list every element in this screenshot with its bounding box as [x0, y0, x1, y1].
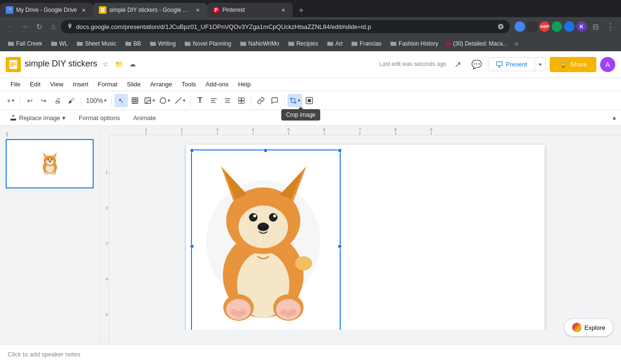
handle-middle-right[interactable] [338, 244, 342, 248]
user-avatar[interactable]: A [600, 57, 615, 72]
menu-file[interactable]: File [6, 79, 25, 90]
bookmark-bb[interactable]: BB [121, 38, 145, 49]
bookmark-wl[interactable]: WL [47, 38, 72, 49]
svg-rect-8 [10, 64, 16, 65]
tab-pinterest-close[interactable]: ✕ [279, 6, 287, 14]
animate-button[interactable]: Animate [127, 112, 162, 123]
slide-content[interactable] [186, 145, 545, 330]
zoom-selector[interactable]: 100% ▾ [84, 94, 108, 107]
menu-tools[interactable]: Tools [177, 79, 201, 90]
new-tab-button[interactable]: + [295, 4, 308, 17]
present-main-button[interactable]: Present [488, 58, 535, 71]
mask-button[interactable] [303, 94, 316, 107]
undo-button[interactable]: ↩ [23, 94, 37, 107]
tab-drive[interactable]: My Drive - Google Drive ✕ [0, 3, 93, 17]
present-button-group: Present ▾ [488, 57, 546, 71]
paint-format-button[interactable]: 🖌 [65, 94, 78, 107]
menu-help[interactable]: Help [233, 79, 256, 90]
forward-button[interactable]: → [18, 20, 31, 33]
tab-slides[interactable]: simple DIY stickers - Google Slid... ✕ [93, 3, 207, 17]
replace-image-button[interactable]: Replace image ▾ [4, 112, 71, 123]
slides-app: simple DIY stickers ☆ 📁 ☁ Last edit was … [0, 51, 621, 364]
ext-circle[interactable] [552, 21, 562, 32]
comment-button[interactable] [268, 94, 281, 107]
shape-tool-button[interactable]: ▾ [157, 94, 172, 107]
slide-1-thumbnail[interactable] [6, 139, 94, 188]
ruler-tick-4: 4 [235, 127, 271, 135]
bookmark-fall-creek[interactable]: Fall Creek [4, 38, 46, 49]
toolbar-collapse-button[interactable]: ▲ [611, 114, 617, 121]
handle-top-right[interactable] [338, 149, 342, 152]
tab-pinterest[interactable]: P Pinterest ✕ [207, 3, 293, 17]
distribute-button[interactable] [235, 94, 248, 107]
folder-button[interactable]: 📁 [114, 58, 125, 70]
address-bar[interactable]: docs.google.com/presentation/d/1JCuBpz01… [61, 20, 510, 33]
bookmark-art[interactable]: Art [323, 38, 346, 49]
ext-cast[interactable]: ⊟ [589, 20, 602, 33]
align-center-button[interactable] [221, 94, 234, 107]
redo-button[interactable]: ↪ [37, 94, 50, 107]
slide-number: 1 [6, 131, 94, 137]
refresh-button[interactable]: ↻ [32, 20, 46, 33]
home-button[interactable]: ⌂ [47, 20, 60, 33]
slide-thumb-inner [7, 140, 93, 187]
bookmark-novel-planning[interactable]: Novel Planning [181, 38, 235, 49]
tab-slides-close[interactable]: ✕ [194, 6, 201, 14]
bookmark-fashion-history[interactable]: Fashion History [386, 38, 442, 49]
ext-dot[interactable] [564, 21, 574, 32]
menu-slide[interactable]: Slide [122, 79, 145, 90]
bookmark-nanowrimo[interactable]: NaNoWriMo [236, 38, 283, 49]
back-button[interactable]: ← [4, 20, 17, 33]
browser-menu[interactable]: ⋮ [604, 20, 617, 33]
menu-insert[interactable]: Insert [68, 79, 93, 90]
link-icon [257, 97, 265, 104]
format-options-button[interactable]: Format options [73, 112, 126, 123]
speaker-notes-area[interactable]: Click to add speaker notes [0, 344, 621, 364]
bookmarks-more[interactable]: » [512, 37, 520, 50]
image-tool-button[interactable]: ▾ [142, 94, 157, 107]
crop-button[interactable]: ▾ [287, 94, 302, 107]
cursor-tool-button[interactable]: ↖ [115, 94, 128, 107]
share-button[interactable]: 🔒 Share [550, 57, 596, 72]
shape-caret: ▾ [168, 98, 170, 103]
explore-button[interactable]: Explore [564, 318, 613, 336]
menu-view[interactable]: View [45, 79, 68, 90]
bookmark-recipies[interactable]: Recipies [284, 38, 322, 49]
bookmark-sheet-music[interactable]: Sheet Music [73, 38, 120, 49]
slide-thumb-corgi [36, 149, 64, 178]
cloud-button[interactable]: ☁ [127, 58, 138, 70]
divider-6 [284, 95, 285, 106]
trending-button[interactable]: ↗ [450, 57, 465, 72]
bookmarks-bar: Fall Creek WL Sheet Music BB Writing Nov… [0, 36, 621, 51]
svg-point-64 [259, 227, 262, 229]
paint-format-icon: 🖌 [68, 97, 75, 104]
text-icon: T [198, 96, 202, 105]
ext-camera[interactable] [527, 21, 537, 32]
divider-3 [111, 95, 112, 106]
slide-1-container: 1 [4, 130, 96, 190]
star-button[interactable]: ☆ [100, 58, 112, 70]
menu-addons[interactable]: Add-ons [201, 79, 233, 90]
present-dropdown-arrow[interactable]: ▾ [535, 58, 545, 71]
bookmark-francias[interactable]: Francias [347, 38, 385, 49]
link-button[interactable] [254, 94, 268, 107]
main-area: 1 [0, 126, 621, 344]
ext-k[interactable]: K [576, 21, 587, 32]
ext-adblock[interactable]: ABP [539, 21, 550, 32]
print-button[interactable]: 🖨 [51, 94, 64, 107]
ext-google[interactable] [515, 21, 525, 32]
chat-button[interactable]: 💬 [469, 57, 484, 72]
text-tool-button[interactable]: T [193, 94, 207, 107]
app-actions: ↗ 💬 Present ▾ 🔒 Share A [450, 57, 615, 72]
menu-format[interactable]: Format [93, 79, 122, 90]
line-tool-button[interactable]: ▾ [172, 94, 187, 107]
align-left-button[interactable] [207, 94, 220, 107]
select-frame-button[interactable] [128, 94, 142, 107]
bookmark-writing[interactable]: Writing [146, 38, 180, 49]
add-button[interactable]: + ▾ [4, 94, 17, 107]
menu-edit[interactable]: Edit [25, 79, 45, 90]
bookmark-youtube[interactable]: ▶ (30) Detailed: Maca... [443, 38, 511, 49]
tab-drive-close[interactable]: ✕ [80, 6, 87, 14]
selected-image-container[interactable] [189, 147, 338, 330]
menu-arrange[interactable]: Arrange [145, 79, 177, 90]
